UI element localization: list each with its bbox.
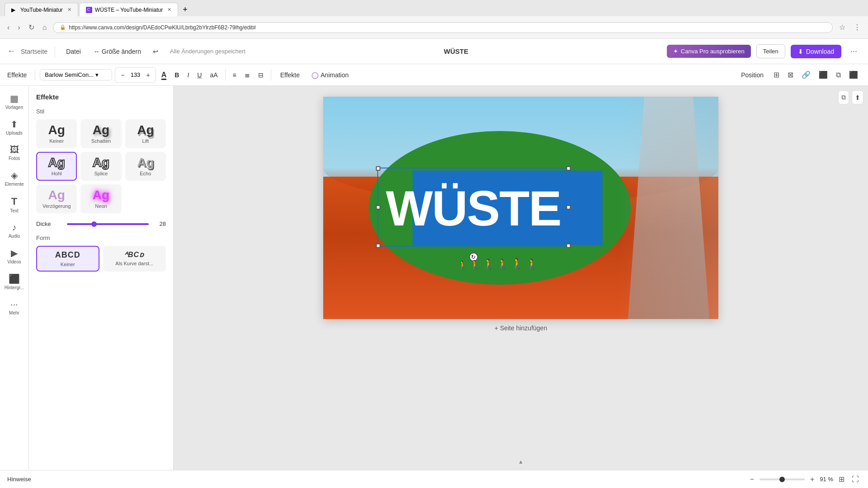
resize-icon: ↔: [94, 48, 100, 55]
undo-button[interactable]: ↩: [150, 46, 161, 57]
new-tab-button[interactable]: +: [179, 3, 191, 16]
canvas-top-actions: ⧉ ⬆: [838, 90, 863, 104]
case-button[interactable]: aA: [207, 70, 220, 80]
align-button[interactable]: ≡: [230, 70, 239, 80]
text-color-button[interactable]: A: [159, 69, 170, 81]
zoom-out-button[interactable]: −: [748, 474, 756, 485]
canvas-frame[interactable]: WÜSTE ↻ 🚶 🚶: [323, 97, 718, 319]
toolbar-icon-5[interactable]: ⧉: [833, 69, 844, 81]
toolbar-icon-link[interactable]: 🔗: [799, 69, 813, 81]
home-button[interactable]: ⌂: [40, 23, 50, 33]
browser-window: ▶ YouTube-Miniatur ✕ C WÜSTE – YouTube-M…: [0, 0, 868, 488]
fullscreen-button[interactable]: ⛶: [850, 474, 861, 485]
style-hohl[interactable]: Ag Hohl: [36, 152, 77, 181]
add-page-button[interactable]: + Seite hinzufügen: [495, 324, 547, 332]
back-to-home-button[interactable]: ←: [7, 47, 15, 56]
sidebar-item-audio[interactable]: ♪ Audio: [2, 219, 27, 242]
animation-button[interactable]: ◯ Animation: [307, 70, 353, 80]
text-color-icon: A: [161, 71, 167, 80]
tab-youtube[interactable]: ▶ YouTube-Miniatur ✕: [5, 3, 78, 16]
style-echo[interactable]: Ag Echo: [125, 152, 166, 181]
thickness-slider[interactable]: [67, 223, 149, 225]
download-button[interactable]: ⬇ Download: [791, 45, 841, 58]
form-kurve[interactable]: ᴬBCᴅ Als Kurve darst...: [103, 246, 166, 272]
download-icon: ⬇: [798, 48, 803, 55]
resize-menu[interactable]: ↔ Größe ändern: [90, 46, 145, 57]
canva-header: ← Startseite Datei ↔ Größe ändern ↩ Alle…: [0, 39, 868, 64]
startseite-link[interactable]: Startseite: [21, 48, 47, 55]
forward-button[interactable]: ›: [15, 23, 23, 33]
share-button[interactable]: Teilen: [756, 44, 785, 58]
style-grid: Ag Keiner Ag Schatten Ag Lift Ag Hohl: [36, 119, 166, 213]
form-keiner[interactable]: ABCD Keiner: [36, 246, 99, 272]
vorlagen-label: Vorlagen: [5, 105, 23, 110]
canvas-scroll-area: WÜSTE ↻ 🚶 🚶: [312, 86, 729, 488]
toolbar-icon-4[interactable]: ⬛: [816, 69, 830, 81]
videos-icon: ▶: [11, 248, 18, 258]
sidebar-icons: ▦ Vorlagen ⬆ Uploads 🖼 Fotos ◈ Elemente …: [0, 86, 29, 488]
dicke-value: 28: [152, 221, 166, 227]
tab-close-2[interactable]: ✕: [167, 7, 171, 13]
back-button[interactable]: ‹: [5, 23, 12, 33]
font-selector[interactable]: Barlow SemiCon... ▾: [40, 69, 112, 80]
sidebar-item-elemente[interactable]: ◈ Elemente: [2, 166, 27, 190]
style-keiner[interactable]: Ag Keiner: [36, 119, 77, 148]
elemente-icon: ◈: [11, 170, 18, 181]
sidebar-item-videos[interactable]: ▶ Videos: [2, 244, 27, 268]
address-bar[interactable]: 🔒 https://www.canva.com/design/DAEdoCPwK…: [53, 22, 833, 33]
style-lift[interactable]: Ag Lift: [125, 119, 166, 148]
zoom-in-button[interactable]: +: [808, 474, 816, 485]
wuste-text[interactable]: WÜSTE: [386, 179, 561, 237]
underline-button[interactable]: U: [194, 70, 204, 80]
vorlagen-icon: ▦: [10, 93, 19, 104]
toolbar-icon-6[interactable]: ⬛: [846, 69, 861, 81]
saved-indicator: Alle Änderungen gespeichert: [170, 48, 245, 55]
toolbar-icon-1[interactable]: ⊞: [771, 69, 782, 81]
effekte-button[interactable]: Effekte: [276, 70, 304, 80]
bookmarks-button[interactable]: ☆: [836, 22, 848, 33]
position-button[interactable]: Position: [736, 70, 768, 80]
italic-button[interactable]: I: [184, 70, 192, 80]
style-keiner-preview: Ag: [48, 124, 65, 136]
grid-view-button[interactable]: ⊞: [837, 473, 846, 485]
reload-button[interactable]: ↻: [26, 22, 37, 33]
more-options-button[interactable]: ···: [847, 45, 861, 58]
font-dropdown-icon: ▾: [95, 71, 99, 78]
bold-button[interactable]: B: [172, 70, 182, 80]
style-schatten[interactable]: Ag Schatten: [80, 119, 121, 148]
style-splice[interactable]: Ag Splice: [80, 152, 121, 181]
canvas-area[interactable]: ⧉ ⬆: [174, 86, 868, 488]
lock-icon: 🔒: [60, 24, 66, 30]
audio-label: Audio: [9, 234, 20, 239]
copy-button[interactable]: ⧉: [838, 90, 849, 104]
sidebar-item-hintergrund[interactable]: ⬛ Hintergr...: [2, 270, 27, 294]
sidebar-item-fotos[interactable]: 🖼 Fotos: [2, 141, 27, 164]
form-keiner-label: Keiner: [61, 262, 75, 267]
style-neon[interactable]: Ag Neon: [80, 184, 121, 213]
text-label: Text: [10, 208, 18, 213]
list-button[interactable]: ≣: [242, 70, 253, 80]
font-size-decrease[interactable]: −: [118, 70, 127, 80]
export-canvas-button[interactable]: ⬆: [852, 90, 863, 104]
extensions-button[interactable]: ⋮: [851, 22, 863, 33]
sidebar-item-vorlagen[interactable]: ▦ Vorlagen: [2, 89, 27, 113]
datei-menu[interactable]: Datei: [62, 46, 85, 57]
hinweise-button[interactable]: Hinweise: [7, 476, 31, 483]
tab-close-1[interactable]: ✕: [67, 7, 71, 13]
zoom-slider[interactable]: [760, 479, 805, 480]
sidebar-item-mehr[interactable]: ··· Mehr: [2, 296, 27, 319]
effekte-panel-title: Effekte: [7, 71, 27, 79]
format-toolbar: Effekte Barlow SemiCon... ▾ − 133 + A B …: [0, 64, 868, 86]
fotos-icon: 🖼: [10, 145, 19, 155]
style-verzogerung[interactable]: Ag Verzögerung: [36, 184, 77, 213]
toolbar-icon-2[interactable]: ⊠: [785, 69, 796, 81]
spacing-button[interactable]: ⊟: [255, 70, 266, 80]
zoom-value: 91 %: [820, 476, 833, 483]
sidebar-item-uploads[interactable]: ⬆ Uploads: [2, 115, 27, 139]
window-controls: ‹ › ↻ ⌂: [5, 22, 49, 33]
canva-pro-button[interactable]: ✦ Canva Pro ausprobieren: [667, 45, 751, 58]
tab-canva[interactable]: C WÜSTE – YouTube-Miniatur ✕: [79, 3, 178, 16]
figure-3: 🚶: [482, 258, 495, 270]
font-size-increase[interactable]: +: [144, 70, 153, 80]
sidebar-item-text[interactable]: T Text: [2, 192, 27, 217]
